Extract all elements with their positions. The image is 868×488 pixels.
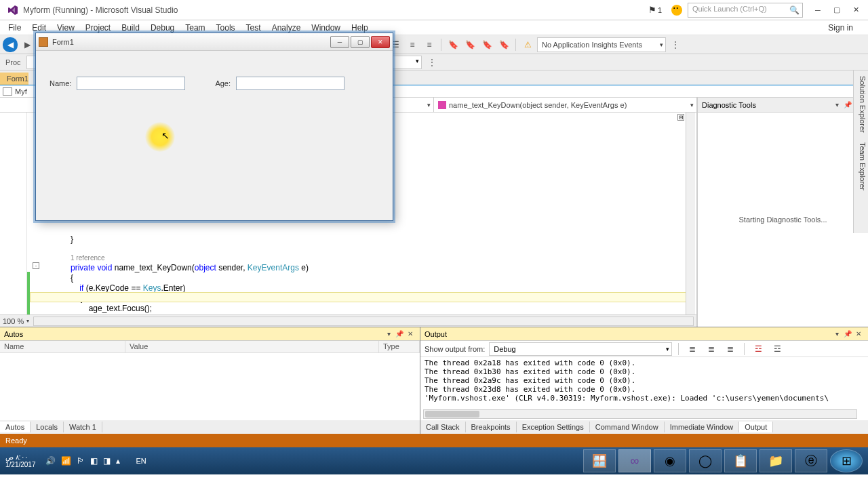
tab-watch1[interactable]: Watch 1 bbox=[64, 422, 102, 432]
task-app-vs[interactable]: ∞ bbox=[618, 449, 651, 472]
task-start-button[interactable]: ⊞ bbox=[830, 449, 863, 472]
autos-body[interactable] bbox=[0, 353, 420, 420]
diag-dropdown-icon[interactable]: ▾ bbox=[831, 101, 842, 108]
tab-output[interactable]: Output bbox=[739, 422, 773, 432]
form-title: Form1 bbox=[52, 38, 329, 46]
form-icon bbox=[39, 37, 48, 47]
feedback-icon[interactable] bbox=[671, 5, 682, 16]
tab-exceptions[interactable]: Exception Settings bbox=[517, 422, 590, 432]
tray-action-icon[interactable]: 🏳 bbox=[77, 456, 85, 466]
form-close-button[interactable]: ✕ bbox=[371, 36, 390, 48]
output-dropdown-icon[interactable]: ▾ bbox=[831, 330, 842, 338]
tray-lang[interactable]: EN bbox=[136, 457, 146, 465]
task-app-explorer[interactable]: 📁 bbox=[760, 449, 792, 472]
tb-icon-3[interactable]: ≡ bbox=[405, 37, 420, 52]
maximize-button[interactable]: ▢ bbox=[827, 3, 846, 18]
solution-explorer-tab[interactable]: Solution Explorer bbox=[855, 76, 867, 133]
form-maximize-button[interactable]: ▢ bbox=[351, 36, 370, 48]
menu-edit[interactable]: Edit bbox=[26, 22, 52, 34]
running-form-window[interactable]: Form1 ─ ▢ ✕ Name: Age: bbox=[35, 33, 393, 221]
tab-command[interactable]: Command Window bbox=[590, 422, 665, 432]
sign-in-link[interactable]: Sign in bbox=[828, 23, 853, 33]
output-body[interactable]: The thread 0x2a18 has exited with code 0… bbox=[420, 357, 868, 409]
team-explorer-tab[interactable]: Team Explorer bbox=[855, 142, 867, 190]
tray-network-icon[interactable]: 📶 bbox=[61, 456, 71, 466]
doc-tab-form1[interactable]: Form1. bbox=[0, 73, 28, 85]
tray-app2-icon[interactable]: ◨ bbox=[103, 456, 111, 466]
tb-icon-4[interactable]: ≡ bbox=[422, 37, 437, 52]
autos-dropdown-icon[interactable]: ▾ bbox=[383, 330, 394, 338]
nav-back-icon[interactable]: ◀ bbox=[3, 37, 18, 52]
output-pin-icon[interactable]: 📌 bbox=[842, 330, 853, 338]
notification-count: 1 bbox=[658, 6, 662, 14]
output-tool4-icon[interactable]: ☲ bbox=[751, 342, 766, 357]
tab-immediate[interactable]: Immediate Window bbox=[665, 422, 740, 432]
outline-toggle-icon[interactable]: - bbox=[33, 262, 39, 269]
tab-breakpoints[interactable]: Breakpoints bbox=[466, 422, 517, 432]
menu-debug[interactable]: Debug bbox=[145, 22, 180, 34]
toolbar-overflow-icon[interactable]: ⋮ bbox=[668, 37, 683, 52]
tab-autos[interactable]: Autos bbox=[0, 422, 31, 432]
task-app-office[interactable]: 📋 bbox=[724, 449, 757, 472]
collapsed-side-panes: Solution Explorer Team Explorer bbox=[853, 70, 868, 233]
cursor-icon: ↖ bbox=[161, 130, 170, 141]
nav-member-dropdown[interactable]: name_text_KeyDown(object sender, KeyEven… bbox=[434, 98, 696, 112]
diag-pin-icon[interactable]: 📌 bbox=[842, 101, 853, 108]
task-app-ie[interactable]: ⓔ bbox=[795, 449, 827, 472]
bookmark-clear-icon[interactable]: 🔖 bbox=[496, 37, 511, 52]
form-minimize-button[interactable]: ─ bbox=[330, 36, 349, 48]
output-from-dropdown[interactable]: Debug bbox=[489, 342, 672, 356]
split-icon[interactable]: ⊟ bbox=[677, 114, 684, 121]
insights-dropdown[interactable]: No Application Insights Events bbox=[537, 37, 666, 52]
menu-build[interactable]: Build bbox=[116, 22, 145, 34]
name-input[interactable] bbox=[77, 77, 185, 90]
menu-view[interactable]: View bbox=[52, 22, 80, 34]
menu-help[interactable]: Help bbox=[346, 22, 374, 34]
output-wrap-icon[interactable]: ≣ bbox=[704, 342, 719, 357]
tray-volume-icon[interactable]: 🔊 bbox=[45, 456, 56, 466]
menu-file[interactable]: File bbox=[3, 22, 26, 34]
autos-pin-icon[interactable]: 📌 bbox=[394, 330, 405, 338]
bookmark-next-icon[interactable]: 🔖 bbox=[462, 37, 477, 52]
close-button[interactable]: ✕ bbox=[846, 3, 865, 18]
window-title: Myform (Running) - Microsoft Visual Stud… bbox=[23, 5, 178, 15]
quick-launch-input[interactable]: Quick Launch (Ctrl+Q) 🔍 bbox=[688, 3, 803, 18]
nav-fwd-icon[interactable]: ▶ bbox=[20, 37, 35, 52]
menu-tools[interactable]: Tools bbox=[211, 22, 241, 34]
tab-callstack[interactable]: Call Stack bbox=[420, 422, 466, 432]
output-close-icon[interactable]: ✕ bbox=[853, 330, 864, 338]
output-tool5-icon[interactable]: ☲ bbox=[770, 342, 785, 357]
menu-team[interactable]: Team bbox=[180, 22, 210, 34]
form-titlebar[interactable]: Form1 ─ ▢ ✕ bbox=[36, 33, 393, 51]
tray-chevron-icon[interactable]: ▴ bbox=[116, 456, 120, 466]
task-app-form[interactable]: 🪟 bbox=[583, 449, 616, 472]
output-clear-icon[interactable]: ≣ bbox=[685, 342, 700, 357]
editor-vscroll[interactable] bbox=[686, 113, 695, 314]
menu-analyze[interactable]: Analyze bbox=[267, 22, 307, 34]
menu-window[interactable]: Window bbox=[306, 22, 346, 34]
menu-project[interactable]: Project bbox=[80, 22, 116, 34]
output-toolbar: Show output from: Debug ≣ ≣ ≣ ☲ ☲ bbox=[420, 341, 868, 357]
task-app-chrome[interactable]: ◯ bbox=[689, 449, 722, 472]
autos-close-icon[interactable]: ✕ bbox=[405, 330, 416, 338]
menu-test[interactable]: Test bbox=[241, 22, 267, 34]
toolbar2-overflow[interactable]: ⋮ bbox=[425, 55, 439, 70]
output-from-label: Show output from: bbox=[425, 345, 485, 353]
autos-title: Autos bbox=[4, 330, 23, 338]
bookmark-prev-icon[interactable]: 🔖 bbox=[479, 37, 494, 52]
bookmark-icon[interactable]: 🔖 bbox=[446, 37, 460, 52]
minimize-button[interactable]: ─ bbox=[808, 3, 827, 18]
age-input[interactable] bbox=[236, 77, 344, 90]
output-panel: Output ▾ 📌 ✕ Show output from: Debug ≣ ≣… bbox=[420, 327, 868, 434]
doc-subtab[interactable]: Myf bbox=[15, 87, 27, 96]
output-hscroll[interactable] bbox=[423, 409, 857, 419]
tray-clock[interactable]: ٨:٠٠ ص1/21/2017 bbox=[5, 453, 36, 468]
task-app-media[interactable]: ◉ bbox=[654, 449, 686, 472]
zoom-level[interactable]: 100 % bbox=[3, 317, 24, 325]
tray-app1-icon[interactable]: ◧ bbox=[90, 456, 98, 466]
tab-locals[interactable]: Locals bbox=[31, 422, 64, 432]
output-tool3-icon[interactable]: ≣ bbox=[723, 342, 738, 357]
editor-hscroll[interactable] bbox=[33, 317, 694, 326]
notification-flag-icon[interactable]: ⚑ bbox=[648, 5, 656, 15]
output-title: Output bbox=[425, 330, 447, 338]
